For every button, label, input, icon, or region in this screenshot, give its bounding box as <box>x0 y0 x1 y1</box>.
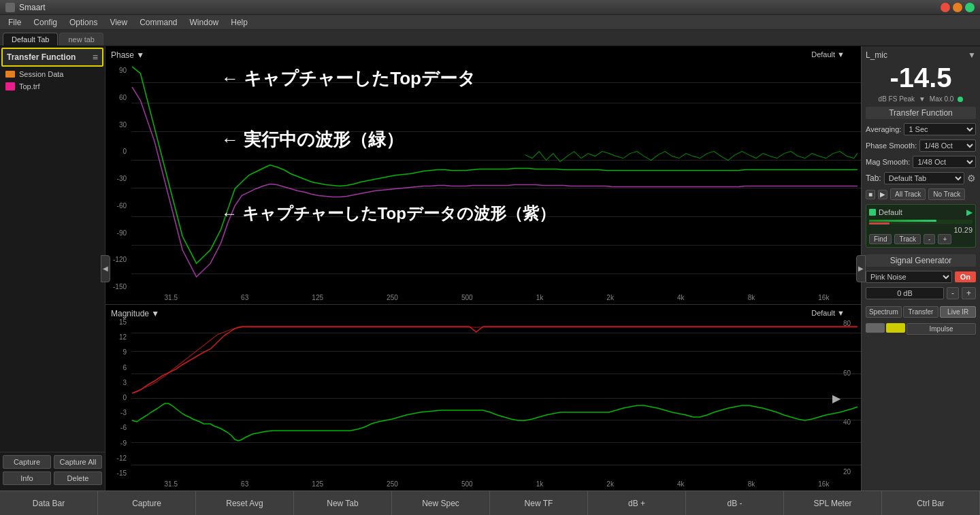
db-plus-button[interactable]: + <box>962 287 976 299</box>
left-panel-bottom: Capture Capture All Info Delete <box>0 452 105 491</box>
magnitude-waveform-svg <box>105 305 861 491</box>
panel-item-session[interactable]: Session Data <box>0 68 105 80</box>
bottom-db-minus[interactable]: dB - <box>686 491 784 515</box>
find-button[interactable]: Find <box>869 234 892 244</box>
menu-view[interactable]: View <box>104 16 133 29</box>
panel-title: Transfer Function <box>7 52 76 62</box>
phase-waveform-svg <box>105 46 861 304</box>
maximize-button[interactable] <box>965 3 975 12</box>
signal-type-select[interactable]: Pink Noise <box>866 271 952 283</box>
tf-section-title: Transfer Function <box>866 107 976 119</box>
level-unit-label: dB FS Peak <box>879 95 915 103</box>
left-panel-header: Transfer Function ≡ <box>1 48 103 67</box>
right-collapse-arrow[interactable]: ▶ <box>856 255 866 282</box>
bottom-bar: Data Bar Capture Reset Avg New Tab New S… <box>0 491 980 515</box>
menu-bar: File Config Options View Command Window … <box>0 15 980 30</box>
panel-menu-icon[interactable]: ≡ <box>93 52 98 63</box>
no-track-button[interactable]: No Track <box>928 188 965 200</box>
bottom-spl-meter[interactable]: SPL Meter <box>784 491 882 515</box>
menu-file[interactable]: File <box>3 16 27 29</box>
tab-label: Tab: <box>866 173 881 183</box>
find-track-row: Find Track - + <box>869 234 973 244</box>
menu-window[interactable]: Window <box>184 16 225 29</box>
averaging-select[interactable]: 1 Sec <box>904 123 976 135</box>
bottom-new-tf[interactable]: New TF <box>490 491 588 515</box>
db-minus-button[interactable]: - <box>947 287 959 299</box>
left-panel: Transfer Function ≡ Session Data Top.trf… <box>0 46 105 491</box>
mag-smooth-select[interactable]: 1/48 Oct <box>913 156 976 168</box>
view-tab-live-ir[interactable]: Live IR <box>940 306 976 318</box>
left-collapse-arrow[interactable]: ◀ <box>101 255 110 282</box>
view-tab-spectrum[interactable]: Spectrum <box>866 306 902 318</box>
bottom-db-plus[interactable]: dB + <box>588 491 686 515</box>
delete-button[interactable]: Delete <box>54 471 102 485</box>
play-track-btn[interactable]: ▶ <box>878 190 887 199</box>
plus-track-button[interactable]: + <box>938 234 951 244</box>
mag-smooth-row: Mag Smooth: 1/48 Oct <box>866 156 976 168</box>
swatch-gray <box>866 323 885 333</box>
bottom-reset-avg[interactable]: Reset Avg <box>196 491 294 515</box>
menu-command[interactable]: Command <box>134 16 182 29</box>
menu-config[interactable]: Config <box>28 16 63 29</box>
view-tab-transfer[interactable]: Transfer <box>903 306 939 318</box>
phase-smooth-label: Phase Smooth: <box>866 142 917 150</box>
magnitude-x-axis: 31.5631252505001k2k4k8k16k <box>133 480 861 488</box>
top-trf-label: Top.trf <box>19 82 40 90</box>
tab-new[interactable]: new tab <box>59 33 103 46</box>
menu-options[interactable]: Options <box>64 16 103 29</box>
panel-item-top-trf[interactable]: Top.trf <box>0 80 105 93</box>
signal-on-button[interactable]: On <box>955 271 976 282</box>
close-button[interactable] <box>941 3 950 12</box>
track-button[interactable]: Track <box>894 234 921 244</box>
minus-track-button[interactable]: - <box>924 234 935 244</box>
square-icon-btn[interactable]: ■ <box>866 190 875 199</box>
menu-help[interactable]: Help <box>225 16 253 29</box>
bottom-data-bar[interactable]: Data Bar <box>0 491 98 515</box>
device-name: L_mic <box>866 50 887 60</box>
bottom-new-spec[interactable]: New Spec <box>392 491 490 515</box>
meter-fill-m <box>869 220 936 222</box>
magnitude-label[interactable]: Magnitude ▼ <box>111 309 159 318</box>
level-dropdown-icon[interactable]: ▼ <box>919 95 926 103</box>
phase-default-label[interactable]: Default ▼ <box>811 50 845 59</box>
tab-bar: Default Tab new tab <box>0 30 980 46</box>
right-panel: L_mic ▼ -14.5 dB FS Peak ▼ Max 0.0 Trans… <box>861 46 980 491</box>
level-sub: dB FS Peak ▼ Max 0.0 <box>866 95 976 103</box>
averaging-label: Averaging: <box>866 125 901 133</box>
gear-icon[interactable]: ⚙ <box>967 173 976 184</box>
device-dropdown-icon[interactable]: ▼ <box>968 50 976 60</box>
app-title: Smaart <box>19 3 46 12</box>
window-controls[interactable] <box>941 3 975 12</box>
green-indicator <box>958 97 963 102</box>
minimize-button[interactable] <box>953 3 962 12</box>
capture-button[interactable]: Capture <box>3 455 51 469</box>
info-btn-row: Info Delete <box>3 471 102 485</box>
max-label: Max 0.0 <box>930 95 954 103</box>
phase-x-axis: 31.5631252505001k2k4k8k16k <box>133 294 861 301</box>
default-box: Default ▶ 10.29 Find Track - + <box>866 204 976 248</box>
bottom-ctrl-bar[interactable]: Ctrl Bar <box>882 491 980 515</box>
bottom-capture[interactable]: Capture <box>98 491 196 515</box>
capture-btn-row: Capture Capture All <box>3 455 102 469</box>
phase-label[interactable]: Phase ▼ <box>111 50 144 60</box>
green-arrow-icon: ▶ <box>966 207 973 217</box>
meter-bar <box>869 220 973 224</box>
tab-default[interactable]: Default Tab <box>3 33 58 46</box>
capture-all-button[interactable]: Capture All <box>54 455 102 469</box>
magnitude-default-label[interactable]: Default ▼ <box>811 309 845 317</box>
default-item-label: Default <box>879 208 964 216</box>
phase-smooth-select[interactable]: 1/48 Oct <box>919 139 976 152</box>
db-row: 0 dB - + <box>866 287 976 299</box>
tab-select[interactable]: Default Tab <box>884 172 964 184</box>
file-icon <box>5 82 15 90</box>
mag-smooth-label: Mag Smooth: <box>866 158 910 166</box>
meter-value: 10.29 <box>869 226 973 234</box>
folder-icon <box>5 71 15 78</box>
phase-chart: Phase ▼ Default ▼ 9060300-30-60-90-120-1… <box>105 46 861 305</box>
bottom-new-tab[interactable]: New Tab <box>294 491 392 515</box>
info-button[interactable]: Info <box>3 471 51 485</box>
magnitude-chart: Magnitude ▼ Default ▼ 15129630-3-6-9-12-… <box>105 305 861 491</box>
all-track-button[interactable]: All Track <box>890 188 926 200</box>
impulse-button[interactable]: Impulse <box>906 323 976 335</box>
phase-smooth-row: Phase Smooth: 1/48 Oct <box>866 139 976 152</box>
